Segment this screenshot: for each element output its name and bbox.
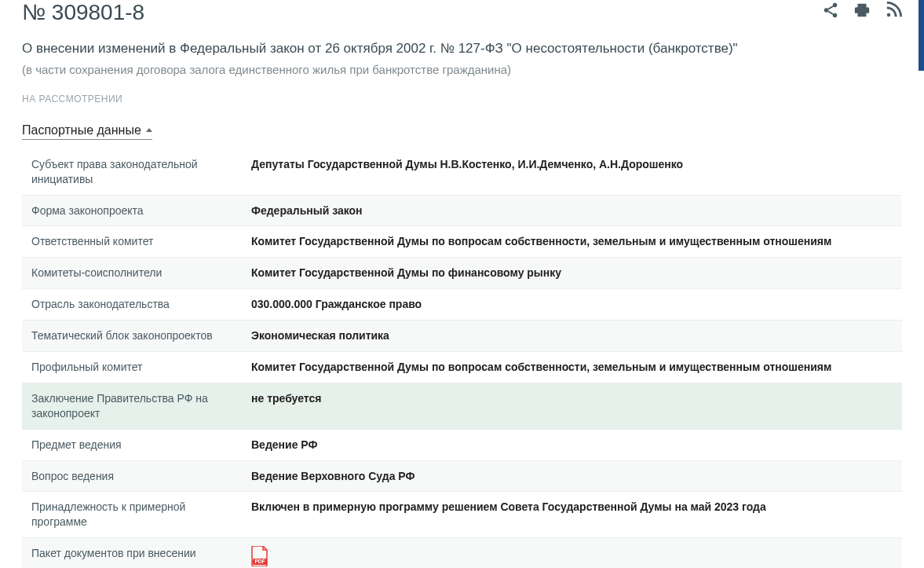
- row-label: Отрасль законодательства: [22, 289, 242, 321]
- svg-text:PDF: PDF: [255, 559, 265, 564]
- row-value: не требуется: [242, 383, 902, 429]
- row-value: PDF: [242, 538, 902, 568]
- row-value: Комитет Государственной Думы по вопросам…: [242, 226, 902, 258]
- table-row: Тематический блок законопроектовЭкономич…: [22, 321, 902, 352]
- row-label: Принадлежность к примерной программе: [22, 492, 242, 538]
- caret-up-icon: [146, 128, 152, 132]
- print-icon[interactable]: [853, 2, 871, 19]
- row-value: 030.000.000 Гражданское право: [242, 289, 902, 321]
- table-row: Принадлежность к примерной программеВклю…: [22, 492, 902, 538]
- status-badge: НА РАССМОТРЕНИИ: [22, 93, 902, 104]
- bill-subtitle: (в части сохранения договора залога един…: [22, 63, 902, 76]
- row-label: Профильный комитет: [22, 352, 242, 383]
- row-value: Федеральный закон: [242, 195, 902, 226]
- share-icon[interactable]: [822, 2, 839, 19]
- table-row: Профильный комитетКомитет Государственно…: [22, 352, 902, 383]
- row-value: Включен в примерную программу решением С…: [242, 492, 902, 538]
- row-value: Комитет Государственной Думы по вопросам…: [242, 352, 902, 383]
- table-row: Вопрос веденияВедение Верховного Суда РФ: [22, 460, 902, 492]
- page-accent-bar: [919, 0, 924, 71]
- passport-data-toggle[interactable]: Паспортные данные: [22, 123, 152, 140]
- svg-point-1: [824, 8, 829, 13]
- row-label: Тематический блок законопроектов: [22, 321, 242, 352]
- table-row: Отрасль законодательства030.000.000 Граж…: [22, 289, 902, 321]
- svg-point-0: [833, 3, 838, 8]
- table-row: Заключение Правительства РФ на законопро…: [22, 383, 902, 429]
- bill-title: О внесении изменений в Федеральный закон…: [22, 39, 902, 58]
- header-actions: [822, 0, 902, 19]
- row-label: Ответственный комитет: [22, 226, 242, 258]
- svg-point-3: [887, 13, 891, 17]
- row-value: Депутаты Государственной Думы Н.В.Костен…: [242, 149, 902, 195]
- table-row: Форма законопроектаФедеральный закон: [22, 195, 902, 226]
- row-label: Предмет ведения: [22, 429, 242, 460]
- bill-number: № 309801-8: [22, 0, 144, 25]
- table-row: Комитеты-соисполнителиКомитет Государств…: [22, 258, 902, 289]
- table-row: Ответственный комитетКомитет Государстве…: [22, 226, 902, 258]
- row-value: Ведение РФ: [242, 429, 902, 460]
- row-label: Субъект права законодательной инициативы: [22, 149, 242, 195]
- row-value: Экономическая политика: [242, 321, 902, 352]
- pdf-icon[interactable]: PDF: [251, 546, 268, 566]
- section-title: Паспортные данные: [22, 123, 141, 137]
- row-label: Заключение Правительства РФ на законопро…: [22, 383, 242, 429]
- svg-point-2: [833, 13, 838, 17]
- row-label: Форма законопроекта: [22, 195, 242, 226]
- row-value: Комитет Государственной Думы по финансов…: [242, 258, 902, 289]
- table-row: Предмет веденияВедение РФ: [22, 429, 902, 460]
- rss-icon[interactable]: [885, 2, 902, 19]
- row-label: Комитеты-соисполнители: [22, 258, 242, 289]
- table-row: Пакет документов при внесенииPDF: [22, 538, 902, 568]
- passport-data-table: Субъект права законодательной инициативы…: [22, 149, 902, 568]
- row-label: Вопрос ведения: [22, 460, 242, 492]
- table-row: Субъект права законодательной инициативы…: [22, 149, 902, 195]
- row-value: Ведение Верховного Суда РФ: [242, 460, 902, 492]
- row-label: Пакет документов при внесении: [22, 538, 242, 568]
